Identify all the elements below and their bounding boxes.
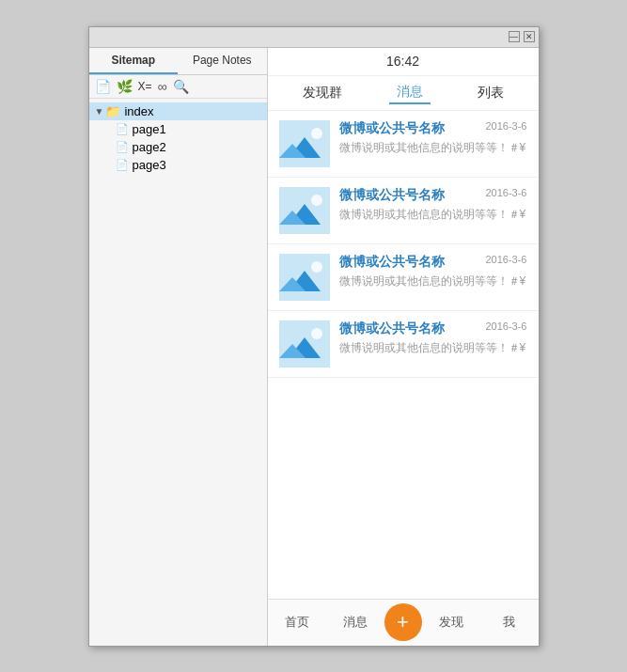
tree-root-label: index: [124, 104, 153, 118]
svg-point-3: [311, 128, 322, 139]
page-icon: 📄: [116, 123, 129, 135]
feed-top: 微博或公共号名称 2016-3-6: [339, 320, 527, 337]
feed-item[interactable]: 微博或公共号名称 2016-3-6 微博说明或其他信息的说明等等！＃¥: [268, 311, 539, 378]
right-nav-tabs: 发现群 消息 列表: [268, 76, 539, 111]
feed-thumbnail: [279, 187, 330, 234]
infinity-icon[interactable]: ∞: [158, 79, 167, 94]
nav-tab-list[interactable]: 列表: [470, 83, 511, 103]
feed-name: 微博或公共号名称: [339, 187, 445, 204]
tree-item-page2[interactable]: 📄 page2: [116, 138, 267, 156]
search-icon[interactable]: 🔍: [173, 79, 189, 94]
collapse-arrow: ▼: [95, 106, 104, 117]
close-button[interactable]: ✕: [524, 31, 535, 42]
bottom-nav-messages[interactable]: 消息: [326, 610, 384, 634]
feed-thumbnail: [279, 120, 330, 167]
feed-item[interactable]: 微博或公共号名称 2016-3-6 微博说明或其他信息的说明等等！＃¥: [268, 178, 539, 244]
feed-top: 微博或公共号名称 2016-3-6: [339, 254, 527, 271]
time-display: 16:42: [268, 48, 539, 76]
tree-icon[interactable]: 🌿: [117, 79, 133, 94]
eq-label: X=: [138, 80, 152, 93]
title-bar: — ✕: [89, 27, 539, 48]
app-window: — ✕ Sitemap Page Notes 📄 🌿 X= ∞ 🔍 ▼ 📁 in…: [88, 26, 540, 647]
page-icon: 📄: [116, 141, 129, 153]
feed-date: 2016-3-6: [485, 120, 526, 132]
tree-children: 📄 page1 📄 page2 📄 page3: [89, 120, 267, 174]
bottom-nav-me[interactable]: 我: [480, 610, 539, 634]
feed-thumbnail: [279, 320, 330, 367]
document-icon[interactable]: 📄: [95, 79, 111, 94]
tree-item-label: page3: [133, 158, 166, 172]
svg-point-7: [311, 195, 322, 206]
feed-name: 微博或公共号名称: [339, 120, 445, 137]
right-panel: 16:42 发现群 消息 列表: [268, 48, 539, 646]
feed-name: 微博或公共号名称: [339, 254, 445, 271]
bottom-nav-plus-button[interactable]: +: [384, 603, 422, 641]
file-tree: ▼ 📁 index 📄 page1 📄 page2 📄 pag: [89, 99, 267, 646]
folder-icon: 📁: [105, 104, 120, 118]
feed-thumbnail: [279, 254, 330, 301]
minimize-button[interactable]: —: [509, 31, 520, 42]
page-icon: 📄: [116, 159, 129, 171]
tree-root-index[interactable]: ▼ 📁 index: [89, 102, 267, 120]
feed-top: 微博或公共号名称 2016-3-6: [339, 120, 527, 137]
feed-desc: 微博说明或其他信息的说明等等！＃¥: [339, 207, 527, 223]
tab-page-notes[interactable]: Page Notes: [178, 48, 267, 74]
feed-content: 微博或公共号名称 2016-3-6 微博说明或其他信息的说明等等！＃¥: [339, 254, 527, 289]
panel-tabs: Sitemap Page Notes: [89, 48, 267, 75]
feed-item[interactable]: 微博或公共号名称 2016-3-6 微博说明或其他信息的说明等等！＃¥: [268, 111, 539, 178]
feed-item[interactable]: 微博或公共号名称 2016-3-6 微博说明或其他信息的说明等等！＃¥: [268, 244, 539, 311]
feed-list: 微博或公共号名称 2016-3-6 微博说明或其他信息的说明等等！＃¥: [268, 111, 539, 599]
tree-item-page1[interactable]: 📄 page1: [116, 120, 267, 138]
feed-name: 微博或公共号名称: [339, 320, 445, 337]
feed-date: 2016-3-6: [485, 187, 526, 198]
tab-sitemap[interactable]: Sitemap: [89, 48, 179, 74]
tree-item-page3[interactable]: 📄 page3: [116, 156, 267, 174]
feed-desc: 微博说明或其他信息的说明等等！＃¥: [339, 273, 527, 289]
svg-point-11: [311, 261, 322, 273]
feed-date: 2016-3-6: [485, 254, 526, 265]
left-panel: Sitemap Page Notes 📄 🌿 X= ∞ 🔍 ▼ 📁 index: [89, 48, 268, 646]
feed-desc: 微博说明或其他信息的说明等等！＃¥: [339, 340, 527, 356]
bottom-nav: 首页 消息 + 发现 我: [268, 599, 539, 646]
tree-item-label: page1: [133, 122, 166, 136]
feed-content: 微博或公共号名称 2016-3-6 微博说明或其他信息的说明等等！＃¥: [339, 187, 527, 223]
feed-content: 微博或公共号名称 2016-3-6 微博说明或其他信息的说明等等！＃¥: [339, 120, 527, 156]
feed-desc: 微博说明或其他信息的说明等等！＃¥: [339, 140, 527, 156]
bottom-nav-home[interactable]: 首页: [268, 610, 326, 634]
toolbar: 📄 🌿 X= ∞ 🔍: [89, 75, 267, 99]
bottom-nav-discover[interactable]: 发现: [422, 610, 480, 634]
tree-item-label: page2: [133, 140, 166, 154]
feed-content: 微博或公共号名称 2016-3-6 微博说明或其他信息的说明等等！＃¥: [339, 320, 527, 356]
feed-top: 微博或公共号名称 2016-3-6: [339, 187, 527, 204]
clock-time: 16:42: [386, 54, 419, 69]
nav-tab-messages[interactable]: 消息: [389, 82, 431, 104]
svg-point-15: [311, 328, 322, 339]
feed-date: 2016-3-6: [485, 320, 526, 332]
nav-tab-discover-group[interactable]: 发现群: [295, 83, 350, 103]
main-area: Sitemap Page Notes 📄 🌿 X= ∞ 🔍 ▼ 📁 index: [89, 48, 539, 646]
